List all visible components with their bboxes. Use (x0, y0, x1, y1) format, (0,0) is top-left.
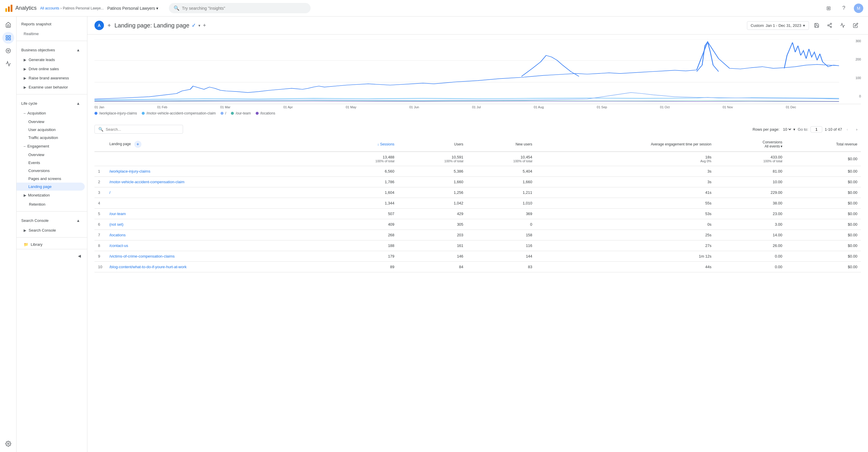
sessions-cell: 1,604 (329, 187, 398, 198)
avg-engagement-cell: 44s (536, 262, 715, 272)
page-header: A + Landing page: Landing page ✓ ▾ + Cus… (87, 17, 868, 34)
page-add-icon[interactable]: + (203, 23, 206, 29)
edit-icon[interactable] (850, 20, 861, 31)
y-label-300: 300 (849, 39, 861, 43)
sidebar-monetization[interactable]: ▶ Monetization (17, 191, 85, 200)
goto-input[interactable] (810, 126, 822, 132)
users-cell: 429 (398, 208, 467, 219)
sidebar-landing-page[interactable]: Landing page (17, 183, 85, 191)
sidebar-item-raise-brand[interactable]: ▶ Raise brand awareness (17, 73, 85, 83)
page-cell[interactable]: /victims-of-crime-compensation-claims (106, 251, 329, 262)
sidebar-acquisition[interactable]: – Acquisition (17, 108, 85, 118)
sidebar-lifecycle-header[interactable]: Life cycle ▲ (17, 97, 87, 108)
rows-per-page-select[interactable]: 10 25 50 ▾ (782, 127, 795, 132)
breadcrumb-all-accounts[interactable]: All accounts (40, 6, 59, 10)
save-report-icon[interactable] (811, 20, 822, 31)
next-page-btn[interactable]: › (852, 125, 861, 133)
search-icon: 🔍 (174, 5, 180, 11)
totals-revenue-cell: $0.00 (786, 152, 861, 166)
sidebar-advertising-icon[interactable] (2, 58, 14, 70)
legend-workplace: /workplace-injury-claims (94, 111, 137, 116)
page-cell[interactable]: /contact-us (106, 240, 329, 251)
insights-icon[interactable] (837, 20, 848, 31)
add-comparison-btn[interactable]: + (107, 22, 111, 29)
svg-rect-1 (8, 6, 10, 12)
sidebar-acq-overview[interactable]: Overview (17, 118, 85, 126)
sidebar-engagement[interactable]: – Engagement (17, 141, 85, 151)
sidebar-business-objectives-header[interactable]: Business objectives ▲ (17, 43, 87, 55)
date-range-selector[interactable]: Custom Jan 1 - Dec 31, 2023 ▾ (747, 21, 809, 30)
th-rank (94, 137, 106, 152)
page-title-dropdown[interactable]: ▾ (198, 23, 200, 28)
page-cell[interactable] (106, 198, 329, 208)
avg-engagement-cell: 25s (536, 230, 715, 240)
sidebar-library[interactable]: 📁 Library (17, 240, 85, 249)
sessions-cell: 179 (329, 251, 398, 262)
totals-rank-cell (94, 152, 106, 166)
share-icon[interactable] (824, 20, 835, 31)
sidebar-item-drive-online-sales[interactable]: ▶ Drive online sales (17, 64, 85, 73)
svg-rect-2 (11, 5, 12, 12)
page-cell[interactable]: /motor-vehicle-accident-compensation-cla… (106, 177, 329, 187)
page-cell[interactable]: /locations (106, 230, 329, 240)
avg-engagement-cell: 3s (536, 166, 715, 177)
raise-brand-expand: ▶ (24, 76, 26, 80)
help-icon[interactable]: ? (838, 3, 849, 13)
page-cell[interactable]: /our-team (106, 208, 329, 219)
sidebar-retention[interactable]: Retention (17, 200, 85, 209)
nav-divider-1 (17, 41, 87, 41)
sidebar-home-icon[interactable] (2, 19, 14, 31)
th-conversions[interactable]: Conversions All events ▾ (715, 137, 786, 152)
revenue-cell: $0.00 (786, 230, 861, 240)
sidebar-reports-icon[interactable] (2, 32, 14, 44)
sidebar-conversions[interactable]: Conversions (17, 167, 85, 175)
sidebar-eng-overview[interactable]: Overview (17, 151, 85, 159)
sessions-cell: 1,786 (329, 177, 398, 187)
sidebar-explore-icon[interactable] (2, 45, 14, 57)
prev-page-btn[interactable]: ‹ (843, 125, 851, 133)
lifecycle-toggle[interactable]: ▲ (74, 99, 82, 107)
new-users-cell: 1,660 (467, 177, 536, 187)
business-objectives-toggle[interactable]: ▲ (74, 46, 82, 54)
apps-icon[interactable]: ⊞ (823, 3, 834, 13)
sidebar-search-console-item[interactable]: ▶ Search Console (17, 226, 85, 235)
th-users[interactable]: Users (398, 137, 467, 152)
users-cell: 161 (398, 240, 467, 251)
page-cell[interactable]: / (106, 187, 329, 198)
rows-select-input[interactable]: 10 25 50 (782, 127, 792, 132)
sidebar-item-examine-behavior[interactable]: ▶ Examine user behavior (17, 83, 85, 92)
sidebar-reports-snapshot[interactable]: Reports snapshot (17, 19, 87, 29)
page-cell[interactable]: /workplace-injury-claims (106, 166, 329, 177)
sidebar-events[interactable]: Events (17, 159, 85, 167)
page-cell[interactable]: /blog-content/what-to-do-if-youre-hurt-a… (106, 262, 329, 272)
sidebar-search-console-header[interactable]: Search Console ▲ (17, 214, 87, 226)
sessions-cell: 6,560 (329, 166, 398, 177)
sidebar-traffic-acquisition[interactable]: Traffic acquisition (17, 134, 85, 141)
th-new-users[interactable]: New users (467, 137, 536, 152)
add-column-btn[interactable]: + (134, 141, 142, 148)
totals-page-cell (106, 152, 329, 166)
search-console-toggle[interactable]: ▲ (74, 216, 82, 225)
avatar[interactable]: M (854, 4, 863, 13)
legend-our-team-dot (231, 112, 234, 115)
x-jun: 01 Jun (409, 105, 419, 109)
search-input[interactable] (182, 6, 306, 11)
sidebar-realtime[interactable]: Realtime (17, 29, 87, 38)
sidebar-user-acquisition[interactable]: User acquisition (17, 126, 85, 134)
table-search[interactable]: 🔍 (94, 125, 183, 134)
table-search-input[interactable] (106, 127, 179, 132)
account-selector[interactable]: Patinos Personal Lawyers ▾ (107, 6, 158, 11)
sidebar-settings-icon[interactable] (2, 438, 14, 450)
sidebar-collapse-btn[interactable]: ◀ (75, 252, 84, 260)
th-sessions[interactable]: ↓ Sessions (329, 137, 398, 152)
page-cell[interactable]: (not set) (106, 219, 329, 230)
all-events-dropdown[interactable]: All events ▾ (765, 144, 782, 149)
th-avg-engagement[interactable]: Average engagement time per session (536, 137, 715, 152)
svg-point-10 (830, 23, 832, 25)
main-layout: Reports snapshot Realtime Business objec… (0, 17, 868, 452)
search-box[interactable]: 🔍 (169, 3, 311, 13)
sidebar-item-generate-leads[interactable]: ▶ Generate leads (17, 55, 85, 64)
chart-x-labels: 01 Jan 01 Feb 01 Mar 01 Apr 01 May 01 Ju… (94, 104, 861, 109)
sidebar-pages-and-screens[interactable]: Pages and screens (17, 175, 85, 183)
th-total-revenue[interactable]: Total revenue (786, 137, 861, 152)
